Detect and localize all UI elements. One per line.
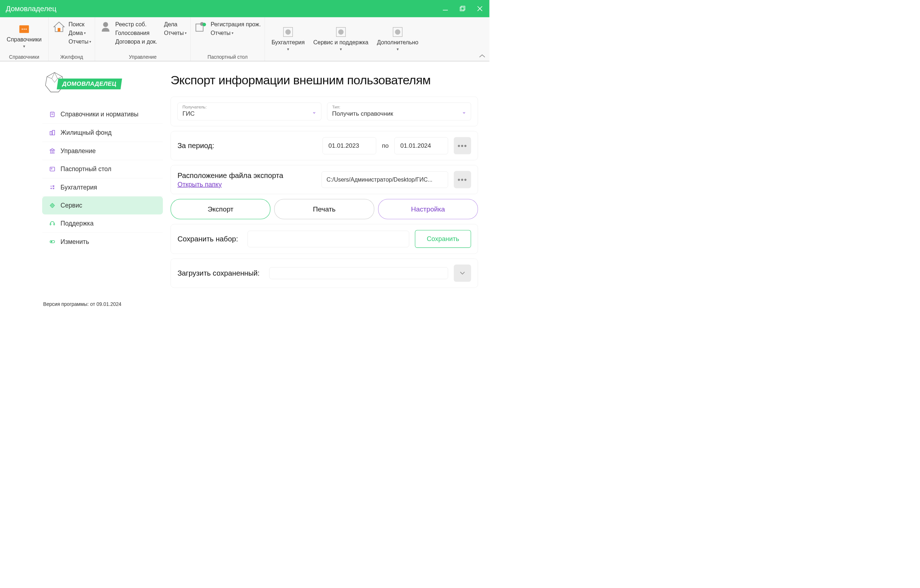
registry-link[interactable]: Реестр соб. bbox=[115, 21, 157, 28]
period-more-button[interactable]: ••• bbox=[454, 137, 471, 154]
svg-rect-2 bbox=[460, 7, 464, 11]
sidebar-item-accounting[interactable]: Бухгалтерия bbox=[42, 178, 163, 197]
sidebar-item-housing[interactable]: Жилищный фонд bbox=[42, 123, 163, 142]
date-to-input[interactable] bbox=[394, 137, 448, 154]
export-button[interactable]: Экспорт bbox=[170, 199, 270, 219]
save-button[interactable]: Сохранить bbox=[415, 230, 471, 248]
sidebar-item-edit[interactable]: Изменить bbox=[42, 233, 163, 251]
sidebar-item-service[interactable]: Сервис bbox=[42, 196, 163, 214]
maximize-button[interactable] bbox=[459, 5, 466, 12]
svg-rect-10 bbox=[58, 28, 60, 32]
svg-point-18 bbox=[338, 29, 343, 35]
close-icon bbox=[476, 5, 483, 12]
calculator-icon bbox=[49, 184, 56, 191]
sidebar-item-label: Жилищный фонд bbox=[60, 129, 112, 136]
houses-link[interactable]: Дома ▾ bbox=[68, 29, 91, 37]
svg-rect-51 bbox=[53, 224, 55, 225]
chevron-down-icon: ⌄ bbox=[312, 109, 316, 115]
accounting-button[interactable]: Бухгалтерия ▼ bbox=[269, 19, 308, 58]
svg-point-11 bbox=[103, 22, 108, 27]
location-more-button[interactable]: ••• bbox=[454, 171, 471, 188]
print-button[interactable]: Печать bbox=[274, 199, 374, 219]
load-select-input[interactable] bbox=[269, 267, 448, 279]
minimize-button[interactable] bbox=[442, 5, 449, 12]
reports-link-3[interactable]: Отчеты ▾ bbox=[211, 29, 261, 37]
ribbon-group-management: Реестр соб. Голосования Договора и док. … bbox=[95, 17, 191, 61]
logo-text: ДОМОВЛАДЕЛЕЦ bbox=[57, 79, 122, 89]
period-card: За период: по ••• bbox=[170, 131, 478, 160]
directories-button[interactable]: Справочники ▼ bbox=[4, 19, 45, 53]
placeholder-icon bbox=[391, 26, 404, 38]
sidebar-item-label: Изменить bbox=[60, 238, 89, 245]
content: Экспорт информации внешним пользователям… bbox=[170, 71, 478, 293]
svg-line-23 bbox=[47, 77, 52, 79]
ribbon-group-directories: Справочники ▼ Справочники bbox=[0, 17, 48, 61]
save-set-input[interactable] bbox=[248, 231, 409, 247]
sidebar-item-label: Поддержка bbox=[60, 220, 94, 227]
registration-link[interactable]: Регистрация прож. bbox=[211, 21, 261, 28]
id-card-icon bbox=[49, 166, 56, 173]
directories-icon bbox=[17, 23, 31, 35]
house-icon bbox=[52, 21, 66, 33]
buildings-icon bbox=[49, 130, 56, 136]
minimize-icon bbox=[442, 5, 449, 12]
page-title: Экспорт информации внешним пользователям bbox=[170, 73, 478, 87]
ribbon: Справочники ▼ Справочники Поиск Дома ▾ О… bbox=[0, 17, 489, 61]
placeholder-icon bbox=[281, 26, 295, 38]
period-separator: по bbox=[382, 142, 389, 149]
save-label: Сохранить набор: bbox=[178, 235, 238, 243]
titlebar: Домовладелец bbox=[0, 0, 489, 17]
settings-button[interactable]: Настройка bbox=[378, 199, 478, 219]
affairs-link[interactable]: Дела bbox=[164, 21, 186, 28]
sidebar-item-support[interactable]: Поддержка bbox=[42, 214, 163, 233]
sidebar-item-management[interactable]: Управление bbox=[42, 142, 163, 160]
gear-icon bbox=[49, 202, 56, 209]
svg-marker-30 bbox=[50, 149, 55, 150]
ribbon-group-extra: Бухгалтерия ▼ Сервис и поддержка ▼ Допол… bbox=[265, 17, 425, 61]
export-path-input[interactable]: C:/Users/Администратор/Desktop/ГИС... bbox=[322, 172, 448, 188]
voting-link[interactable]: Голосования bbox=[115, 29, 157, 37]
svg-point-36 bbox=[51, 168, 52, 169]
app-logo: ДОМОВЛАДЕЛЕЦ bbox=[43, 71, 123, 96]
contracts-link[interactable]: Договора и док. bbox=[115, 38, 157, 45]
svg-point-6 bbox=[22, 28, 23, 29]
svg-point-53 bbox=[51, 241, 52, 243]
service-button[interactable]: Сервис и поддержка ▼ bbox=[311, 19, 371, 58]
location-card: Расположение файла экспорта Открыть папк… bbox=[170, 165, 478, 194]
close-button[interactable] bbox=[476, 5, 483, 12]
person-icon bbox=[99, 21, 112, 33]
ribbon-collapse-button[interactable] bbox=[479, 54, 486, 59]
additional-button[interactable]: Дополнительно ▼ bbox=[374, 19, 421, 58]
sidebar-item-passport[interactable]: Паспортный стол bbox=[42, 160, 163, 178]
svg-rect-1 bbox=[461, 6, 465, 10]
recipient-select[interactable]: Получатель: ГИС ⌄ bbox=[178, 103, 322, 120]
open-folder-link[interactable]: Открыть папку bbox=[178, 180, 222, 188]
reports-link-2[interactable]: Отчеты ▾ bbox=[164, 29, 186, 37]
svg-marker-22 bbox=[52, 73, 58, 83]
app-title: Домовладелец bbox=[6, 5, 57, 13]
sidebar-item-label: Сервис bbox=[60, 202, 82, 209]
load-label: Загрузить сохраненный: bbox=[178, 269, 260, 277]
search-link[interactable]: Поиск bbox=[68, 21, 91, 28]
placeholder-icon bbox=[334, 26, 348, 38]
sidebar-item-directories[interactable]: Справочники и нормативы bbox=[42, 105, 163, 124]
ribbon-group-housing: Поиск Дома ▾ Отчеты ▾ Жилфонд bbox=[48, 17, 95, 61]
reports-link-1[interactable]: Отчеты ▾ bbox=[68, 38, 91, 45]
passport-icon bbox=[194, 21, 208, 33]
document-icon bbox=[49, 111, 56, 118]
svg-point-14 bbox=[202, 23, 206, 26]
headset-icon bbox=[49, 220, 56, 227]
period-label: За период: bbox=[178, 142, 317, 150]
svg-point-45 bbox=[52, 205, 53, 206]
chevron-down-icon bbox=[460, 271, 465, 275]
chevron-up-icon bbox=[479, 54, 486, 58]
sidebar-item-label: Справочники и нормативы bbox=[60, 111, 138, 118]
type-select[interactable]: Тип: Получить справочник ⌄ bbox=[327, 103, 471, 120]
svg-rect-50 bbox=[50, 224, 51, 225]
caret-icon: ▼ bbox=[22, 44, 26, 48]
save-card: Сохранить набор: Сохранить bbox=[170, 224, 478, 254]
sidebar-item-label: Бухгалтерия bbox=[60, 184, 97, 191]
load-dropdown-button[interactable] bbox=[454, 264, 471, 282]
sidebar-item-label: Паспортный стол bbox=[60, 165, 111, 173]
date-from-input[interactable] bbox=[322, 137, 376, 154]
